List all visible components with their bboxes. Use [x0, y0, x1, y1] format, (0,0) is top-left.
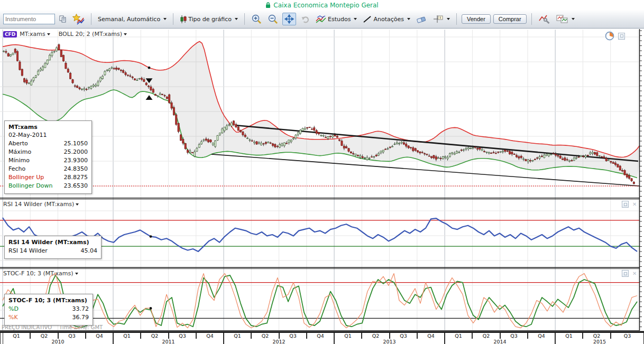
chevron-down-icon — [47, 33, 50, 35]
tooltip-row: Máximo25.2000 — [8, 148, 88, 156]
pan-tool-button[interactable] — [282, 13, 296, 25]
time-axis[interactable]: Q1Q2Q3Q4Q1Q2Q3Q4Q1Q2Q3Q4Q1Q2Q3Q4Q1Q2Q3Q4… — [0, 331, 644, 344]
interval-clock-icon — [605, 31, 614, 41]
tooltip-date: 02-May-2011 — [8, 132, 88, 138]
year-cell: 2010 — [3, 339, 113, 344]
tooltip-row: %D33.72 — [8, 305, 89, 313]
crosshair-info-dropdown[interactable] — [431, 14, 452, 25]
tooltip-row: %K36.79 — [8, 313, 89, 322]
star-chart-icon — [72, 13, 85, 25]
tooltip-title: MT:xams — [8, 124, 88, 131]
chart-canvas[interactable] — [0, 29, 644, 331]
chevron-down-icon — [124, 33, 127, 35]
tooltip-row: Bollinger Down23.6530 — [8, 182, 88, 190]
instrument-search-input[interactable] — [3, 14, 55, 24]
annotations-dropdown[interactable]: Anotações — [361, 14, 412, 24]
chevron-down-icon — [572, 18, 575, 20]
chart-settings-icon — [538, 14, 550, 24]
rsi-panel-header: RSI 14 Wilder (MT:xams) — [3, 201, 79, 208]
title-bar: Caixa Economica Montepio Geral — [0, 0, 644, 10]
year-cell: 2011 — [113, 339, 224, 344]
rsi-panel-controls: ✕ — [622, 201, 637, 208]
chevron-down-icon — [407, 18, 410, 20]
instrument-list-button[interactable] — [58, 14, 68, 24]
pan-icon — [284, 14, 294, 24]
bollinger-indicator-selector[interactable]: BOLL 20; 2 (MT:xams) — [59, 31, 127, 38]
chart-layout-dropdown[interactable] — [555, 13, 576, 25]
zoom-out-icon — [268, 14, 278, 24]
studies-icon — [316, 15, 326, 23]
toolbar: Semanal, Automático Tipo de gráfico Estu… — [0, 10, 644, 29]
candle-type-icon — [180, 15, 187, 24]
year-cell: 2012 — [224, 339, 334, 344]
stoch-panel-header: STOC-F 10; 3 (MT:xams) — [3, 270, 78, 277]
tooltip-rows: RSI 14 Wilder45.04 — [8, 247, 97, 255]
zoom-out-button[interactable] — [266, 13, 280, 25]
annotation-line-icon — [363, 15, 372, 23]
indicative-price-label: PREÇO INDICATIVO — [2, 324, 52, 330]
stoch-indicator-selector[interactable]: STOC-F 10; 3 (MT:xams) — [3, 270, 78, 277]
toolbar-separator — [531, 13, 532, 25]
chart-settings-button[interactable] — [537, 13, 552, 25]
chevron-down-icon — [354, 18, 357, 20]
crosshair-info-icon — [433, 15, 444, 24]
maximize-panel-button[interactable] — [618, 33, 625, 40]
chevron-down-icon — [75, 273, 78, 275]
zoom-in-button[interactable] — [250, 13, 263, 25]
undo-button[interactable] — [299, 13, 311, 25]
period-dropdown[interactable]: Semanal, Automático — [96, 15, 168, 24]
close-panel-icon[interactable]: ✕ — [632, 202, 637, 207]
tooltip-row: RSI 14 Wilder45.04 — [8, 247, 97, 255]
main-panel-controls — [605, 31, 625, 41]
rsi-indicator-selector[interactable]: RSI 14 Wilder (MT:xams) — [3, 201, 79, 208]
chevron-down-icon — [76, 203, 79, 206]
buy-button[interactable]: Comprar — [493, 14, 527, 24]
page-title: Caixa Economica Montepio Geral — [273, 2, 378, 9]
tooltip-title: STOC-F 10; 3 (MT:xams) — [8, 297, 89, 304]
chevron-down-icon — [235, 18, 238, 20]
studies-dropdown[interactable]: Estudos — [314, 14, 358, 24]
toolbar-separator — [91, 13, 91, 25]
footer-note: PREÇO INDICATIVOTime Zone: GMT — [2, 324, 110, 330]
year-cell: 2014 — [445, 339, 555, 344]
year-cell: 2013 — [334, 339, 445, 344]
eraser-button[interactable] — [415, 14, 429, 24]
main-panel-header: CFD MT:xams BOLL 20; 2 (MT:xams) — [3, 31, 127, 38]
toolbar-separator — [456, 13, 457, 25]
chevron-down-icon — [447, 18, 450, 20]
tooltip-row: Aberto25.1050 — [8, 140, 88, 148]
undo-icon — [300, 14, 310, 24]
chart-layout-icon — [556, 14, 568, 24]
lock-icon — [265, 2, 271, 8]
symbol-selector[interactable]: MT:xams — [20, 31, 50, 38]
chart-type-dropdown[interactable]: Tipo de gráfico — [178, 14, 240, 25]
tooltip-rows: Aberto25.1050Máximo25.2000Mínimo23.9300F… — [8, 140, 88, 190]
zoom-in-icon — [251, 14, 262, 24]
add-study-favorite-button[interactable] — [70, 12, 86, 26]
maximize-panel-button[interactable] — [622, 201, 629, 208]
ohlc-tooltip: MT:xams 02-May-2011 Aberto25.1050Máximo2… — [4, 120, 92, 194]
year-cell: 2015 — [555, 339, 644, 344]
tooltip-rows: %D33.72%K36.79 — [8, 305, 89, 322]
cfd-badge: CFD — [3, 31, 17, 38]
tooltip-row: Mínimo23.9300 — [8, 156, 88, 165]
stoch-tooltip: STOC-F 10; 3 (MT:xams) %D33.72%K36.79 — [4, 294, 93, 326]
toolbar-separator — [173, 13, 173, 25]
eraser-icon — [416, 15, 427, 23]
tooltip-title: RSI 14 Wilder (MT:xams) — [8, 239, 97, 246]
instrument-list-icon — [59, 15, 66, 23]
tooltip-row: Fecho24.8350 — [8, 165, 88, 173]
timezone-label: Time Zone: GMT — [59, 324, 103, 330]
tooltip-row: Bollinger Up28.8275 — [8, 173, 88, 182]
stoch-panel-controls: ✕ — [622, 270, 637, 277]
rsi-tooltip: RSI 14 Wilder (MT:xams) RSI 14 Wilder45.… — [4, 236, 102, 259]
chevron-down-icon — [163, 18, 167, 20]
toolbar-separator — [244, 13, 245, 25]
close-panel-icon[interactable]: ✕ — [632, 271, 637, 276]
maximize-panel-button[interactable] — [622, 270, 629, 277]
sell-button[interactable]: Vender — [462, 14, 491, 24]
